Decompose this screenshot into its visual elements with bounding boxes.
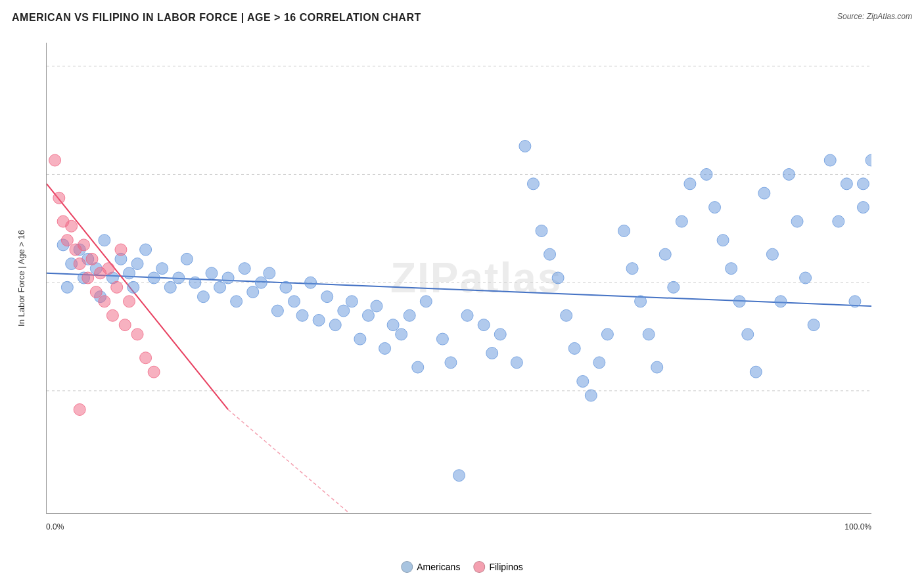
svg-point-21 (140, 244, 152, 256)
svg-point-118 (103, 263, 114, 275)
svg-point-50 (379, 342, 391, 354)
svg-point-95 (791, 215, 803, 227)
svg-point-59 (461, 309, 473, 321)
svg-point-124 (131, 328, 143, 340)
svg-point-72 (585, 390, 597, 401)
svg-point-74 (601, 328, 613, 340)
svg-point-122 (119, 319, 131, 331)
svg-point-114 (86, 253, 98, 265)
svg-point-104 (857, 202, 869, 214)
svg-point-53 (404, 309, 415, 321)
svg-point-84 (701, 168, 712, 180)
svg-point-67 (544, 248, 556, 260)
svg-point-9 (61, 281, 73, 293)
svg-point-89 (742, 328, 754, 340)
svg-point-46 (346, 296, 358, 307)
x-tick-100: 100.0% (844, 522, 871, 531)
svg-point-52 (396, 328, 407, 340)
bottom-filipino-label: Filipinos (489, 562, 522, 572)
svg-point-39 (289, 296, 300, 307)
svg-point-81 (668, 281, 680, 293)
svg-point-88 (733, 296, 745, 307)
svg-point-115 (90, 286, 102, 298)
svg-point-64 (519, 141, 531, 152)
svg-point-23 (156, 263, 168, 275)
svg-point-33 (239, 263, 250, 275)
svg-point-120 (111, 281, 123, 293)
svg-point-97 (808, 319, 820, 331)
svg-point-15 (99, 235, 110, 246)
svg-point-51 (387, 319, 399, 331)
svg-point-41 (305, 277, 317, 288)
svg-point-98 (824, 154, 836, 166)
svg-point-48 (362, 309, 374, 321)
svg-point-42 (313, 314, 325, 326)
svg-point-28 (197, 291, 209, 303)
svg-point-113 (82, 272, 94, 284)
svg-point-65 (527, 178, 539, 190)
svg-point-90 (750, 366, 762, 378)
bottom-american-label: Americans (417, 562, 460, 572)
svg-point-35 (255, 277, 267, 288)
svg-point-126 (148, 366, 160, 378)
svg-point-101 (849, 296, 861, 307)
svg-point-69 (561, 309, 572, 321)
svg-point-79 (651, 361, 663, 373)
svg-point-37 (271, 305, 283, 317)
svg-point-109 (66, 220, 78, 232)
svg-point-58 (445, 357, 457, 369)
svg-point-82 (676, 215, 687, 227)
chart-area: ZIPatlas (46, 43, 871, 514)
svg-point-76 (626, 263, 638, 275)
svg-point-66 (536, 225, 547, 237)
svg-point-19 (127, 281, 139, 293)
svg-point-18 (124, 267, 135, 279)
svg-point-44 (329, 319, 341, 331)
scatter-svg: 100.0% 80.0% 60.0% 40.0% (47, 43, 871, 513)
svg-point-85 (709, 202, 721, 214)
svg-point-47 (354, 333, 366, 345)
svg-point-68 (552, 272, 564, 284)
y-axis-label: In Labor Force | Age > 16 (0, 43, 43, 514)
svg-point-105 (49, 154, 61, 166)
svg-point-94 (783, 168, 795, 180)
bottom-american-swatch (401, 561, 413, 573)
svg-point-63 (511, 357, 522, 369)
svg-point-127 (74, 403, 85, 415)
svg-point-56 (436, 333, 448, 345)
svg-point-91 (758, 187, 770, 199)
svg-point-100 (841, 178, 852, 190)
svg-point-31 (222, 272, 234, 284)
svg-point-86 (717, 235, 729, 246)
svg-point-111 (74, 258, 85, 270)
svg-point-26 (181, 253, 193, 265)
svg-point-112 (78, 239, 89, 251)
svg-point-75 (618, 225, 630, 237)
svg-point-71 (577, 376, 589, 388)
svg-point-43 (321, 291, 333, 303)
chart-container: AMERICAN VS FILIPINO IN LABOR FORCE | AG… (0, 0, 924, 586)
svg-point-125 (140, 352, 152, 364)
svg-point-40 (296, 309, 308, 321)
svg-point-78 (643, 328, 655, 340)
svg-point-54 (412, 361, 424, 373)
source-label: Source: ZipAtlas.com (837, 12, 912, 21)
svg-point-25 (173, 272, 185, 284)
svg-point-36 (264, 267, 275, 279)
svg-point-96 (800, 272, 812, 284)
svg-point-30 (214, 281, 226, 293)
svg-point-119 (106, 309, 118, 321)
svg-point-121 (115, 244, 127, 256)
svg-point-102 (857, 178, 869, 190)
svg-point-117 (99, 296, 110, 307)
bottom-filipino-swatch (473, 561, 485, 573)
svg-point-108 (61, 235, 73, 246)
svg-point-93 (775, 296, 787, 307)
svg-point-61 (486, 348, 498, 359)
svg-point-123 (124, 296, 135, 307)
svg-point-70 (568, 342, 580, 354)
svg-point-73 (593, 357, 605, 369)
svg-point-24 (164, 281, 176, 293)
x-tick-0: 0.0% (46, 522, 64, 531)
svg-point-55 (420, 296, 432, 307)
